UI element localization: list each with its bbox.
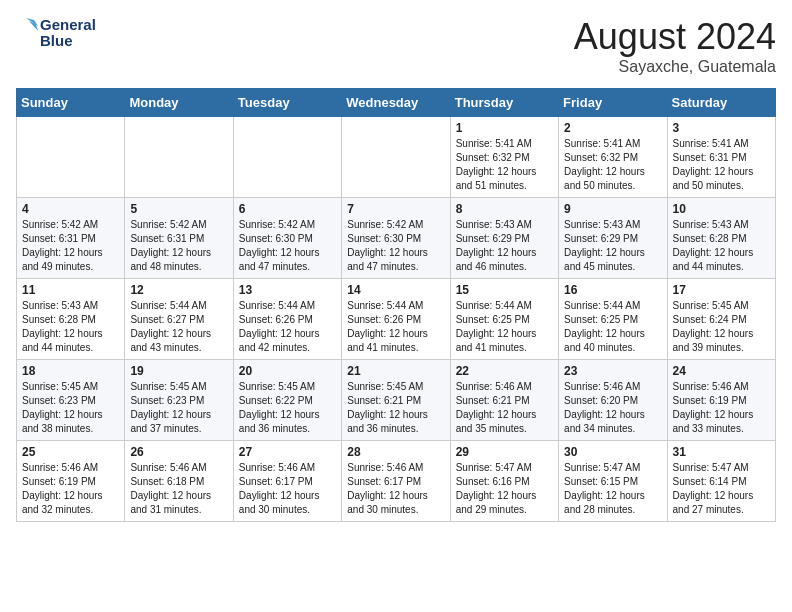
day-number: 2 <box>564 121 661 135</box>
day-number: 20 <box>239 364 336 378</box>
weekday-header-wednesday: Wednesday <box>342 89 450 117</box>
day-number: 25 <box>22 445 119 459</box>
day-number: 9 <box>564 202 661 216</box>
day-number: 5 <box>130 202 227 216</box>
calendar-table: SundayMondayTuesdayWednesdayThursdayFrid… <box>16 88 776 522</box>
day-info: Sunrise: 5:46 AM Sunset: 6:19 PM Dayligh… <box>22 461 119 517</box>
day-cell: 31Sunrise: 5:47 AM Sunset: 6:14 PM Dayli… <box>667 441 775 522</box>
day-info: Sunrise: 5:44 AM Sunset: 6:25 PM Dayligh… <box>564 299 661 355</box>
day-number: 27 <box>239 445 336 459</box>
day-cell <box>17 117 125 198</box>
day-number: 15 <box>456 283 553 297</box>
location: Sayaxche, Guatemala <box>574 58 776 76</box>
day-cell: 23Sunrise: 5:46 AM Sunset: 6:20 PM Dayli… <box>559 360 667 441</box>
day-number: 30 <box>564 445 661 459</box>
day-info: Sunrise: 5:46 AM Sunset: 6:17 PM Dayligh… <box>347 461 444 517</box>
day-cell: 21Sunrise: 5:45 AM Sunset: 6:21 PM Dayli… <box>342 360 450 441</box>
day-cell <box>342 117 450 198</box>
day-cell: 1Sunrise: 5:41 AM Sunset: 6:32 PM Daylig… <box>450 117 558 198</box>
day-cell: 19Sunrise: 5:45 AM Sunset: 6:23 PM Dayli… <box>125 360 233 441</box>
day-number: 26 <box>130 445 227 459</box>
day-info: Sunrise: 5:42 AM Sunset: 6:30 PM Dayligh… <box>239 218 336 274</box>
week-row-3: 11Sunrise: 5:43 AM Sunset: 6:28 PM Dayli… <box>17 279 776 360</box>
day-cell: 16Sunrise: 5:44 AM Sunset: 6:25 PM Dayli… <box>559 279 667 360</box>
day-info: Sunrise: 5:43 AM Sunset: 6:29 PM Dayligh… <box>564 218 661 274</box>
logo-text-general: General <box>40 17 96 34</box>
day-info: Sunrise: 5:45 AM Sunset: 6:24 PM Dayligh… <box>673 299 770 355</box>
day-cell: 20Sunrise: 5:45 AM Sunset: 6:22 PM Dayli… <box>233 360 341 441</box>
day-cell: 28Sunrise: 5:46 AM Sunset: 6:17 PM Dayli… <box>342 441 450 522</box>
day-info: Sunrise: 5:41 AM Sunset: 6:32 PM Dayligh… <box>564 137 661 193</box>
day-cell: 4Sunrise: 5:42 AM Sunset: 6:31 PM Daylig… <box>17 198 125 279</box>
day-info: Sunrise: 5:44 AM Sunset: 6:26 PM Dayligh… <box>239 299 336 355</box>
day-info: Sunrise: 5:41 AM Sunset: 6:31 PM Dayligh… <box>673 137 770 193</box>
day-info: Sunrise: 5:44 AM Sunset: 6:27 PM Dayligh… <box>130 299 227 355</box>
day-number: 3 <box>673 121 770 135</box>
day-cell: 17Sunrise: 5:45 AM Sunset: 6:24 PM Dayli… <box>667 279 775 360</box>
day-number: 8 <box>456 202 553 216</box>
weekday-header-friday: Friday <box>559 89 667 117</box>
day-cell: 5Sunrise: 5:42 AM Sunset: 6:31 PM Daylig… <box>125 198 233 279</box>
day-cell: 18Sunrise: 5:45 AM Sunset: 6:23 PM Dayli… <box>17 360 125 441</box>
day-number: 4 <box>22 202 119 216</box>
weekday-header-saturday: Saturday <box>667 89 775 117</box>
day-number: 12 <box>130 283 227 297</box>
day-number: 10 <box>673 202 770 216</box>
day-info: Sunrise: 5:47 AM Sunset: 6:16 PM Dayligh… <box>456 461 553 517</box>
day-cell: 6Sunrise: 5:42 AM Sunset: 6:30 PM Daylig… <box>233 198 341 279</box>
day-number: 16 <box>564 283 661 297</box>
day-info: Sunrise: 5:43 AM Sunset: 6:28 PM Dayligh… <box>22 299 119 355</box>
weekday-header-monday: Monday <box>125 89 233 117</box>
day-cell: 14Sunrise: 5:44 AM Sunset: 6:26 PM Dayli… <box>342 279 450 360</box>
day-number: 11 <box>22 283 119 297</box>
day-info: Sunrise: 5:46 AM Sunset: 6:21 PM Dayligh… <box>456 380 553 436</box>
day-number: 22 <box>456 364 553 378</box>
day-info: Sunrise: 5:44 AM Sunset: 6:25 PM Dayligh… <box>456 299 553 355</box>
weekday-header-thursday: Thursday <box>450 89 558 117</box>
day-number: 14 <box>347 283 444 297</box>
day-cell <box>125 117 233 198</box>
day-info: Sunrise: 5:46 AM Sunset: 6:17 PM Dayligh… <box>239 461 336 517</box>
day-number: 29 <box>456 445 553 459</box>
logo-text-blue: Blue <box>40 33 96 50</box>
logo-container: General Blue <box>16 16 96 50</box>
day-cell: 29Sunrise: 5:47 AM Sunset: 6:16 PM Dayli… <box>450 441 558 522</box>
day-cell: 9Sunrise: 5:43 AM Sunset: 6:29 PM Daylig… <box>559 198 667 279</box>
day-info: Sunrise: 5:43 AM Sunset: 6:29 PM Dayligh… <box>456 218 553 274</box>
day-info: Sunrise: 5:41 AM Sunset: 6:32 PM Dayligh… <box>456 137 553 193</box>
day-info: Sunrise: 5:42 AM Sunset: 6:31 PM Dayligh… <box>22 218 119 274</box>
logo: General Blue <box>16 16 96 50</box>
week-row-4: 18Sunrise: 5:45 AM Sunset: 6:23 PM Dayli… <box>17 360 776 441</box>
day-cell: 15Sunrise: 5:44 AM Sunset: 6:25 PM Dayli… <box>450 279 558 360</box>
day-number: 1 <box>456 121 553 135</box>
day-info: Sunrise: 5:42 AM Sunset: 6:30 PM Dayligh… <box>347 218 444 274</box>
day-info: Sunrise: 5:47 AM Sunset: 6:15 PM Dayligh… <box>564 461 661 517</box>
day-cell: 13Sunrise: 5:44 AM Sunset: 6:26 PM Dayli… <box>233 279 341 360</box>
weekday-header-tuesday: Tuesday <box>233 89 341 117</box>
day-number: 24 <box>673 364 770 378</box>
day-info: Sunrise: 5:46 AM Sunset: 6:20 PM Dayligh… <box>564 380 661 436</box>
day-info: Sunrise: 5:46 AM Sunset: 6:19 PM Dayligh… <box>673 380 770 436</box>
day-cell <box>233 117 341 198</box>
day-cell: 10Sunrise: 5:43 AM Sunset: 6:28 PM Dayli… <box>667 198 775 279</box>
day-cell: 30Sunrise: 5:47 AM Sunset: 6:15 PM Dayli… <box>559 441 667 522</box>
day-info: Sunrise: 5:45 AM Sunset: 6:23 PM Dayligh… <box>22 380 119 436</box>
day-number: 6 <box>239 202 336 216</box>
day-cell: 27Sunrise: 5:46 AM Sunset: 6:17 PM Dayli… <box>233 441 341 522</box>
day-cell: 7Sunrise: 5:42 AM Sunset: 6:30 PM Daylig… <box>342 198 450 279</box>
day-number: 28 <box>347 445 444 459</box>
day-number: 13 <box>239 283 336 297</box>
day-cell: 22Sunrise: 5:46 AM Sunset: 6:21 PM Dayli… <box>450 360 558 441</box>
day-number: 18 <box>22 364 119 378</box>
logo-bird-icon <box>16 16 38 50</box>
week-row-2: 4Sunrise: 5:42 AM Sunset: 6:31 PM Daylig… <box>17 198 776 279</box>
day-cell: 11Sunrise: 5:43 AM Sunset: 6:28 PM Dayli… <box>17 279 125 360</box>
title-block: August 2024 Sayaxche, Guatemala <box>574 16 776 76</box>
day-cell: 25Sunrise: 5:46 AM Sunset: 6:19 PM Dayli… <box>17 441 125 522</box>
day-cell: 2Sunrise: 5:41 AM Sunset: 6:32 PM Daylig… <box>559 117 667 198</box>
day-number: 23 <box>564 364 661 378</box>
day-info: Sunrise: 5:42 AM Sunset: 6:31 PM Dayligh… <box>130 218 227 274</box>
page-header: General Blue August 2024 Sayaxche, Guate… <box>16 16 776 76</box>
day-info: Sunrise: 5:47 AM Sunset: 6:14 PM Dayligh… <box>673 461 770 517</box>
day-info: Sunrise: 5:45 AM Sunset: 6:21 PM Dayligh… <box>347 380 444 436</box>
